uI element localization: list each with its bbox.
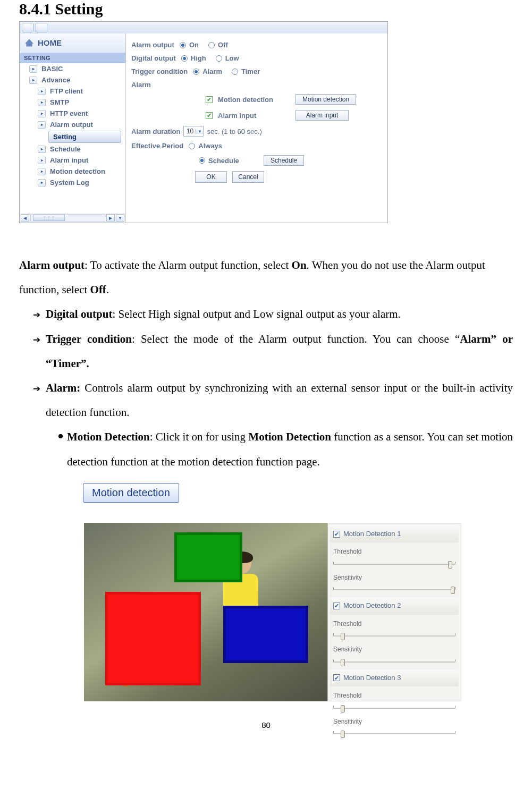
expand-icon[interactable]: ▸ [29, 77, 37, 84]
scrollbar-thumb[interactable]: ⋮⋮⋮ [33, 215, 65, 221]
scroll-right-icon[interactable]: ▶ [106, 214, 115, 222]
sidebar-label: SMTP [50, 98, 69, 106]
md-group-1: ✔Motion Detection 1ThresholdSensitivity [333, 525, 455, 594]
expand-icon[interactable]: ▸ [38, 99, 46, 106]
sensitivity-label: Sensitivity [333, 642, 455, 656]
term: Off [90, 283, 106, 296]
sidebar-home[interactable]: HOME [20, 33, 125, 53]
paragraph-alarm-output: Alarm output: To activate the Alarm outp… [19, 253, 513, 302]
opt-timer: Timer [241, 67, 260, 75]
duration-select[interactable]: 10▼ [183, 126, 204, 137]
sidebar-label: Alarm output [50, 121, 93, 129]
expand-icon[interactable]: ▸ [38, 179, 46, 186]
expand-icon[interactable]: ▸ [38, 157, 46, 164]
detection-zone-1[interactable] [174, 532, 242, 582]
threshold-slider[interactable] [333, 560, 455, 569]
detection-zone-3[interactable] [223, 606, 308, 663]
sidebar-item-http-event[interactable]: ▸HTTP event [20, 108, 125, 119]
expand-icon[interactable]: ▸ [38, 88, 46, 95]
md-group-name: Motion Detection 1 [343, 527, 401, 542]
md-group-2: ✔Motion Detection 2ThresholdSensitivity [333, 597, 455, 666]
md-checkbox[interactable]: ✔ [333, 603, 340, 609]
radio-timer[interactable] [232, 69, 238, 75]
sidebar-label: Alarm input [50, 156, 88, 164]
duration-label: Alarm duration [131, 128, 180, 135]
camera-preview [84, 523, 327, 701]
expand-icon[interactable]: ▸ [29, 65, 37, 73]
radio-off[interactable] [208, 42, 215, 48]
sidebar-item-alarm-input[interactable]: ▸Alarm input [20, 155, 125, 166]
radio-always[interactable] [189, 143, 195, 149]
sensitivity-slider[interactable] [333, 729, 455, 738]
checkbox-alarm-input[interactable]: ✔ [206, 112, 213, 119]
digital-output-label: Digital output [131, 54, 176, 62]
nav-home-button[interactable] [36, 23, 47, 32]
ok-button[interactable]: OK [195, 171, 227, 183]
scroll-down-icon[interactable]: ▼ [116, 214, 124, 222]
schedule-button[interactable]: Schedule [264, 155, 304, 166]
sensitivity-slider[interactable] [333, 586, 455, 594]
nav-back-button[interactable] [22, 23, 33, 32]
sidebar-item-setting-selected[interactable]: Setting [48, 131, 121, 143]
bullet-trigger-condition: Trigger condition: Select the mode of th… [46, 327, 513, 376]
horizontal-scrollbar[interactable]: ◀ ⋮⋮⋮ ▶ ▼ [20, 213, 125, 223]
detection-zone-2[interactable] [105, 592, 201, 685]
sensitivity-label: Sensitivity [333, 571, 455, 584]
radio-alarm[interactable] [193, 69, 199, 75]
checkbox-motion-detection[interactable]: ✔ [206, 96, 213, 103]
chevron-down-icon[interactable]: ▼ [196, 129, 203, 134]
document-body: Alarm output: To activate the Alarm outp… [19, 253, 513, 701]
motion-detection-button[interactable]: Motion detection [295, 94, 356, 105]
expand-icon[interactable]: ▸ [38, 121, 46, 129]
opt-alarm: Alarm [202, 67, 222, 75]
threshold-slider[interactable] [333, 632, 455, 640]
bullet-digital-output: Digital output: Select High signal outpu… [46, 302, 513, 326]
sidebar-label: BASIC [41, 65, 63, 73]
sidebar-label: FTP client [50, 87, 83, 95]
duration-suffix: sec. (1 to 60 sec.) [207, 128, 261, 135]
sidebar-item-smtp[interactable]: ▸SMTP [20, 97, 125, 108]
alarm-output-label: Alarm output [131, 41, 174, 49]
expand-icon[interactable]: ▸ [38, 110, 46, 117]
effective-label: Effective Period [131, 142, 183, 150]
md-checkbox[interactable]: ✔ [333, 531, 340, 538]
alarm-input-button[interactable]: Alarm input [295, 110, 349, 121]
expand-icon[interactable]: ▸ [38, 146, 46, 153]
duration-value: 10 [184, 128, 196, 135]
cancel-button[interactable]: Cancel [232, 171, 264, 183]
md-group-name: Motion Detection 3 [343, 671, 401, 686]
text: Controls alarm output by synchronizing w… [46, 381, 513, 419]
settings-form: Alarm output On Off Digital output High … [126, 33, 387, 223]
sidebar-label: Motion detection [50, 167, 105, 175]
sidebar-item-advance[interactable]: ▸Advance [20, 74, 125, 86]
motion-detection-screenshot: ✔Motion Detection 1ThresholdSensitivity✔… [84, 523, 461, 701]
sidebar-item-basic[interactable]: ▸BASIC [20, 63, 125, 74]
threshold-slider[interactable] [333, 704, 455, 712]
scroll-left-icon[interactable]: ◀ [21, 214, 29, 222]
opt-always: Always [198, 142, 222, 150]
sidebar-home-label: HOME [38, 38, 62, 47]
radio-low[interactable] [216, 55, 222, 62]
term: Alarm: [46, 381, 80, 394]
motion-detection-big-button[interactable]: Motion detection [83, 483, 179, 503]
md-group-name: Motion Detection 2 [343, 598, 401, 614]
md-checkbox[interactable]: ✔ [333, 674, 340, 681]
opt-on: On [189, 41, 199, 49]
expand-icon[interactable]: ▸ [38, 168, 46, 175]
sidebar-section-header: SETTING [20, 53, 125, 63]
radio-schedule[interactable] [199, 157, 205, 164]
sensitivity-slider[interactable] [333, 658, 455, 666]
sidebar-label: System Log [50, 179, 89, 186]
sidebar-item-schedule[interactable]: ▸Schedule [20, 143, 125, 155]
sidebar-label: Setting [53, 133, 77, 141]
radio-high[interactable] [181, 55, 188, 62]
sidebar-item-motion-detection[interactable]: ▸Motion detection [20, 166, 125, 177]
subbullet-motion-detection: Motion Detection: Click it on for using … [67, 425, 513, 473]
sidebar-item-system-log[interactable]: ▸System Log [20, 177, 125, 188]
scrollbar-track[interactable]: ⋮⋮⋮ [30, 214, 105, 222]
motion-detection-panel: ✔Motion Detection 1ThresholdSensitivity✔… [327, 523, 461, 701]
radio-on[interactable] [180, 42, 186, 48]
label: Alarm [131, 81, 151, 89]
sidebar-item-ftp[interactable]: ▸FTP client [20, 86, 125, 97]
sidebar-item-alarm-output[interactable]: ▸Alarm output [20, 119, 125, 130]
